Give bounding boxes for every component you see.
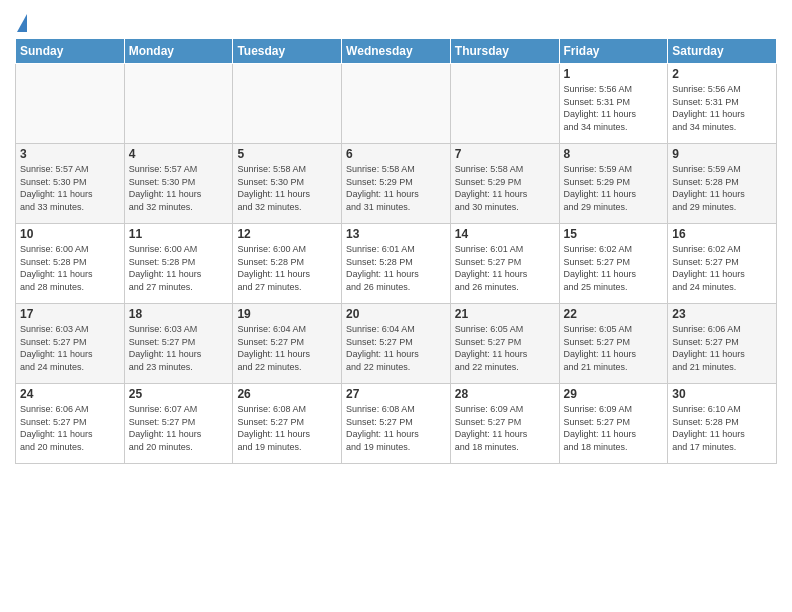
calendar-day-cell: 18Sunrise: 6:03 AM Sunset: 5:27 PM Dayli… (124, 304, 233, 384)
calendar-day-cell: 23Sunrise: 6:06 AM Sunset: 5:27 PM Dayli… (668, 304, 777, 384)
day-number: 24 (20, 387, 120, 401)
day-number: 16 (672, 227, 772, 241)
calendar-day-cell: 27Sunrise: 6:08 AM Sunset: 5:27 PM Dayli… (342, 384, 451, 464)
day-info: Sunrise: 5:59 AM Sunset: 5:29 PM Dayligh… (564, 163, 664, 213)
day-number: 26 (237, 387, 337, 401)
day-number: 12 (237, 227, 337, 241)
day-info: Sunrise: 5:56 AM Sunset: 5:31 PM Dayligh… (672, 83, 772, 133)
column-header-thursday: Thursday (450, 39, 559, 64)
day-number: 8 (564, 147, 664, 161)
day-info: Sunrise: 6:03 AM Sunset: 5:27 PM Dayligh… (129, 323, 229, 373)
day-number: 7 (455, 147, 555, 161)
calendar-day-cell: 25Sunrise: 6:07 AM Sunset: 5:27 PM Dayli… (124, 384, 233, 464)
day-info: Sunrise: 6:09 AM Sunset: 5:27 PM Dayligh… (564, 403, 664, 453)
day-info: Sunrise: 5:58 AM Sunset: 5:29 PM Dayligh… (346, 163, 446, 213)
day-number: 6 (346, 147, 446, 161)
day-info: Sunrise: 6:05 AM Sunset: 5:27 PM Dayligh… (455, 323, 555, 373)
calendar-day-cell: 19Sunrise: 6:04 AM Sunset: 5:27 PM Dayli… (233, 304, 342, 384)
day-info: Sunrise: 6:04 AM Sunset: 5:27 PM Dayligh… (346, 323, 446, 373)
day-info: Sunrise: 6:03 AM Sunset: 5:27 PM Dayligh… (20, 323, 120, 373)
calendar-day-cell: 8Sunrise: 5:59 AM Sunset: 5:29 PM Daylig… (559, 144, 668, 224)
column-header-tuesday: Tuesday (233, 39, 342, 64)
calendar-empty-cell (16, 64, 125, 144)
day-info: Sunrise: 6:04 AM Sunset: 5:27 PM Dayligh… (237, 323, 337, 373)
calendar-day-cell: 3Sunrise: 5:57 AM Sunset: 5:30 PM Daylig… (16, 144, 125, 224)
calendar-day-cell: 11Sunrise: 6:00 AM Sunset: 5:28 PM Dayli… (124, 224, 233, 304)
calendar-header-row: SundayMondayTuesdayWednesdayThursdayFrid… (16, 39, 777, 64)
calendar-empty-cell (450, 64, 559, 144)
day-number: 29 (564, 387, 664, 401)
day-info: Sunrise: 6:01 AM Sunset: 5:27 PM Dayligh… (455, 243, 555, 293)
day-number: 27 (346, 387, 446, 401)
day-info: Sunrise: 5:57 AM Sunset: 5:30 PM Dayligh… (20, 163, 120, 213)
calendar-table: SundayMondayTuesdayWednesdayThursdayFrid… (15, 38, 777, 464)
day-number: 10 (20, 227, 120, 241)
day-number: 19 (237, 307, 337, 321)
calendar-day-cell: 13Sunrise: 6:01 AM Sunset: 5:28 PM Dayli… (342, 224, 451, 304)
day-number: 14 (455, 227, 555, 241)
day-number: 13 (346, 227, 446, 241)
day-number: 4 (129, 147, 229, 161)
day-info: Sunrise: 6:00 AM Sunset: 5:28 PM Dayligh… (237, 243, 337, 293)
logo-icon (17, 14, 27, 32)
calendar-week-row: 24Sunrise: 6:06 AM Sunset: 5:27 PM Dayli… (16, 384, 777, 464)
calendar-week-row: 10Sunrise: 6:00 AM Sunset: 5:28 PM Dayli… (16, 224, 777, 304)
day-info: Sunrise: 6:00 AM Sunset: 5:28 PM Dayligh… (20, 243, 120, 293)
day-number: 15 (564, 227, 664, 241)
day-info: Sunrise: 5:58 AM Sunset: 5:30 PM Dayligh… (237, 163, 337, 213)
day-info: Sunrise: 6:01 AM Sunset: 5:28 PM Dayligh… (346, 243, 446, 293)
column-header-wednesday: Wednesday (342, 39, 451, 64)
day-number: 3 (20, 147, 120, 161)
day-info: Sunrise: 6:08 AM Sunset: 5:27 PM Dayligh… (346, 403, 446, 453)
calendar-day-cell: 14Sunrise: 6:01 AM Sunset: 5:27 PM Dayli… (450, 224, 559, 304)
day-info: Sunrise: 5:57 AM Sunset: 5:30 PM Dayligh… (129, 163, 229, 213)
calendar-day-cell: 7Sunrise: 5:58 AM Sunset: 5:29 PM Daylig… (450, 144, 559, 224)
day-number: 22 (564, 307, 664, 321)
calendar-day-cell: 9Sunrise: 5:59 AM Sunset: 5:28 PM Daylig… (668, 144, 777, 224)
day-number: 2 (672, 67, 772, 81)
calendar-empty-cell (124, 64, 233, 144)
column-header-monday: Monday (124, 39, 233, 64)
calendar-day-cell: 6Sunrise: 5:58 AM Sunset: 5:29 PM Daylig… (342, 144, 451, 224)
day-info: Sunrise: 6:02 AM Sunset: 5:27 PM Dayligh… (672, 243, 772, 293)
day-info: Sunrise: 5:58 AM Sunset: 5:29 PM Dayligh… (455, 163, 555, 213)
day-info: Sunrise: 6:05 AM Sunset: 5:27 PM Dayligh… (564, 323, 664, 373)
day-number: 9 (672, 147, 772, 161)
calendar-day-cell: 2Sunrise: 5:56 AM Sunset: 5:31 PM Daylig… (668, 64, 777, 144)
calendar-day-cell: 29Sunrise: 6:09 AM Sunset: 5:27 PM Dayli… (559, 384, 668, 464)
day-info: Sunrise: 5:59 AM Sunset: 5:28 PM Dayligh… (672, 163, 772, 213)
calendar-day-cell: 10Sunrise: 6:00 AM Sunset: 5:28 PM Dayli… (16, 224, 125, 304)
calendar-week-row: 17Sunrise: 6:03 AM Sunset: 5:27 PM Dayli… (16, 304, 777, 384)
calendar-day-cell: 22Sunrise: 6:05 AM Sunset: 5:27 PM Dayli… (559, 304, 668, 384)
calendar-day-cell: 26Sunrise: 6:08 AM Sunset: 5:27 PM Dayli… (233, 384, 342, 464)
column-header-friday: Friday (559, 39, 668, 64)
day-number: 20 (346, 307, 446, 321)
calendar-day-cell: 21Sunrise: 6:05 AM Sunset: 5:27 PM Dayli… (450, 304, 559, 384)
day-info: Sunrise: 6:06 AM Sunset: 5:27 PM Dayligh… (20, 403, 120, 453)
calendar-day-cell: 12Sunrise: 6:00 AM Sunset: 5:28 PM Dayli… (233, 224, 342, 304)
day-info: Sunrise: 6:02 AM Sunset: 5:27 PM Dayligh… (564, 243, 664, 293)
day-number: 21 (455, 307, 555, 321)
day-number: 17 (20, 307, 120, 321)
logo (15, 14, 27, 32)
calendar-day-cell: 5Sunrise: 5:58 AM Sunset: 5:30 PM Daylig… (233, 144, 342, 224)
calendar-empty-cell (233, 64, 342, 144)
column-header-sunday: Sunday (16, 39, 125, 64)
calendar-day-cell: 1Sunrise: 5:56 AM Sunset: 5:31 PM Daylig… (559, 64, 668, 144)
calendar-week-row: 3Sunrise: 5:57 AM Sunset: 5:30 PM Daylig… (16, 144, 777, 224)
calendar-day-cell: 16Sunrise: 6:02 AM Sunset: 5:27 PM Dayli… (668, 224, 777, 304)
calendar-day-cell: 30Sunrise: 6:10 AM Sunset: 5:28 PM Dayli… (668, 384, 777, 464)
calendar-day-cell: 15Sunrise: 6:02 AM Sunset: 5:27 PM Dayli… (559, 224, 668, 304)
day-info: Sunrise: 6:10 AM Sunset: 5:28 PM Dayligh… (672, 403, 772, 453)
calendar-day-cell: 4Sunrise: 5:57 AM Sunset: 5:30 PM Daylig… (124, 144, 233, 224)
day-number: 28 (455, 387, 555, 401)
day-info: Sunrise: 5:56 AM Sunset: 5:31 PM Dayligh… (564, 83, 664, 133)
column-header-saturday: Saturday (668, 39, 777, 64)
day-info: Sunrise: 6:07 AM Sunset: 5:27 PM Dayligh… (129, 403, 229, 453)
day-number: 30 (672, 387, 772, 401)
day-number: 25 (129, 387, 229, 401)
day-info: Sunrise: 6:00 AM Sunset: 5:28 PM Dayligh… (129, 243, 229, 293)
page-header (15, 10, 777, 32)
calendar-empty-cell (342, 64, 451, 144)
day-number: 11 (129, 227, 229, 241)
